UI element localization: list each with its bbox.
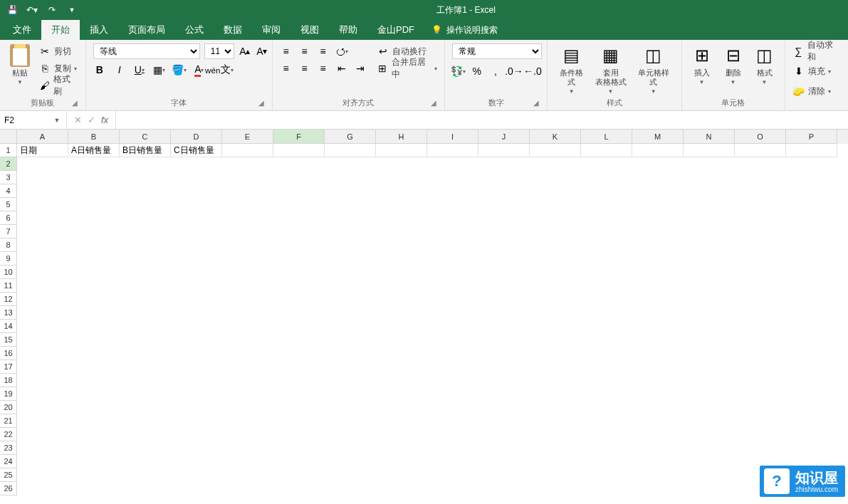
cell-O1[interactable] [735, 144, 786, 157]
row-header-22[interactable]: 22 [0, 428, 17, 441]
qat-customize-icon[interactable]: ▼ [66, 4, 78, 16]
increase-font-icon[interactable]: A▴ [239, 45, 251, 58]
align-middle-icon[interactable]: ≡ [298, 45, 311, 58]
align-bottom-icon[interactable]: ≡ [317, 45, 330, 58]
border-button[interactable]: ▦▾ [153, 63, 166, 76]
tab-home[interactable]: 开始 [41, 20, 80, 40]
font-name-select[interactable]: 等线 [93, 43, 200, 59]
dialog-launcher-icon[interactable]: ◢ [531, 99, 541, 109]
cell-K1[interactable] [530, 144, 581, 157]
decrease-indent-icon[interactable]: ⇤ [335, 62, 348, 75]
redo-icon[interactable]: ↷ [46, 4, 58, 16]
chevron-down-icon[interactable]: ▼ [17, 79, 23, 85]
percent-icon[interactable]: % [471, 65, 483, 78]
dialog-launcher-icon[interactable]: ◢ [70, 99, 80, 109]
clear-button[interactable]: 🧽清除▾ [791, 83, 832, 100]
increase-indent-icon[interactable]: ⇥ [354, 62, 367, 75]
formula-input[interactable] [116, 111, 848, 129]
font-color-button[interactable]: A▾ [193, 63, 206, 76]
cell-G1[interactable] [325, 144, 376, 157]
comma-icon[interactable]: , [489, 65, 502, 78]
enter-icon[interactable]: ✓ [88, 115, 95, 125]
name-box-input[interactable] [0, 115, 50, 125]
cell-N1[interactable] [684, 144, 735, 157]
col-header-M[interactable]: M [632, 130, 684, 144]
paste-button[interactable]: 粘贴 ▼ [6, 43, 34, 87]
fx-icon[interactable]: fx [101, 115, 108, 125]
insert-cells-button[interactable]: ⊞插入▼ [688, 43, 716, 87]
row-header-18[interactable]: 18 [0, 374, 17, 387]
cell-P1[interactable] [786, 144, 837, 157]
col-header-J[interactable]: J [478, 130, 530, 144]
tab-data[interactable]: 数据 [214, 20, 252, 40]
cell-A1[interactable]: 日期 [17, 144, 68, 157]
delete-cells-button[interactable]: ⊟删除▼ [719, 43, 748, 87]
row-header-3[interactable]: 3 [0, 171, 17, 184]
cell-B1[interactable]: A日销售量 [68, 144, 120, 157]
tab-view[interactable]: 视图 [290, 20, 329, 40]
row-header-11[interactable]: 11 [0, 279, 17, 293]
col-header-N[interactable]: N [684, 130, 735, 144]
cell-J1[interactable] [478, 144, 530, 157]
cell-E1[interactable] [222, 144, 273, 157]
col-header-L[interactable]: L [581, 130, 632, 144]
orientation-icon[interactable]: ⭯▾ [335, 45, 348, 58]
chevron-down-icon[interactable]: ▾ [74, 65, 77, 72]
phonetic-button[interactable]: wén文▾ [213, 63, 226, 76]
col-header-A[interactable]: A [17, 130, 68, 144]
col-header-B[interactable]: B [68, 130, 120, 144]
row-header-13[interactable]: 13 [0, 306, 17, 320]
select-all-corner[interactable] [0, 130, 17, 144]
tab-page-layout[interactable]: 页面布局 [118, 20, 175, 40]
dialog-launcher-icon[interactable]: ◢ [256, 99, 266, 109]
tab-help[interactable]: 帮助 [329, 20, 367, 40]
chevron-down-icon[interactable]: ▼ [50, 117, 64, 124]
col-header-O[interactable]: O [735, 130, 786, 144]
conditional-format-button[interactable]: ▤条件格式▼ [553, 43, 590, 96]
col-header-F[interactable]: F [273, 130, 325, 144]
italic-button[interactable]: I [113, 63, 126, 76]
row-header-12[interactable]: 12 [0, 293, 17, 306]
cell-styles-button[interactable]: ◫单元格样式▼ [632, 43, 676, 96]
col-header-I[interactable]: I [427, 130, 478, 144]
cell-L1[interactable] [581, 144, 632, 157]
dialog-launcher-icon[interactable]: ◢ [429, 99, 439, 109]
row-header-21[interactable]: 21 [0, 414, 17, 428]
merge-center-button[interactable]: ⊞合并后居中▾ [375, 60, 439, 77]
row-header-19[interactable]: 19 [0, 387, 17, 401]
align-center-icon[interactable]: ≡ [298, 62, 311, 75]
row-header-24[interactable]: 24 [0, 455, 17, 468]
col-header-E[interactable]: E [222, 130, 273, 144]
cell-C1[interactable]: B日销售量 [120, 144, 171, 157]
cut-button[interactable]: ✂剪切 [37, 43, 80, 60]
row-header-4[interactable]: 4 [0, 184, 17, 198]
tab-jinshan-pdf[interactable]: 金山PDF [367, 20, 424, 40]
align-right-icon[interactable]: ≡ [317, 62, 330, 75]
save-icon[interactable]: 💾 [6, 4, 19, 16]
autosum-button[interactable]: ∑自动求和 [791, 43, 842, 60]
decrease-font-icon[interactable]: A▾ [256, 45, 268, 58]
increase-decimal-icon[interactable]: .0→ [508, 65, 520, 78]
undo-icon[interactable]: ↶▾ [26, 4, 38, 16]
row-header-20[interactable]: 20 [0, 401, 17, 414]
col-header-G[interactable]: G [325, 130, 376, 144]
row-header-5[interactable]: 5 [0, 198, 17, 211]
tab-file[interactable]: 文件 [3, 20, 41, 40]
row-header-1[interactable]: 1 [0, 144, 17, 157]
row-header-26[interactable]: 26 [0, 482, 17, 495]
chevron-down-icon[interactable]: ▾ [434, 65, 437, 72]
align-top-icon[interactable]: ≡ [280, 45, 293, 58]
cells-area[interactable]: 日期A日销售量B日销售量C日销售量 [17, 144, 848, 157]
col-header-H[interactable]: H [376, 130, 427, 144]
tab-insert[interactable]: 插入 [80, 20, 118, 40]
tab-review[interactable]: 审阅 [252, 20, 290, 40]
accounting-format-icon[interactable]: 💱▾ [452, 65, 465, 78]
underline-button[interactable]: U▾ [133, 63, 146, 76]
fill-button[interactable]: ⬇填充▾ [791, 63, 832, 80]
align-left-icon[interactable]: ≡ [280, 62, 293, 75]
row-header-15[interactable]: 15 [0, 333, 17, 347]
col-header-K[interactable]: K [530, 130, 581, 144]
number-format-select[interactable]: 常规 [452, 43, 542, 59]
bold-button[interactable]: B [93, 63, 106, 76]
decrease-decimal-icon[interactable]: ←.0 [526, 65, 539, 78]
